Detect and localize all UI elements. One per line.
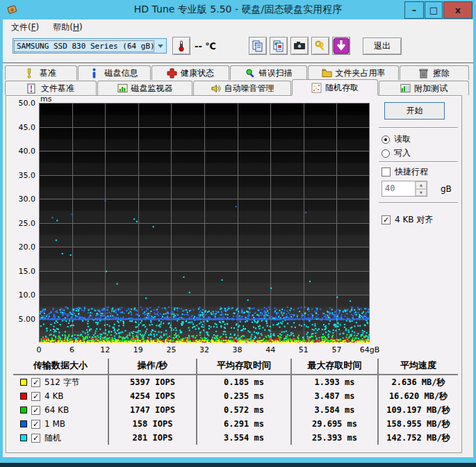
close-button[interactable]: x (443, 1, 473, 19)
table-cell-max: 3.487 ms (290, 389, 377, 403)
options-button[interactable] (311, 37, 329, 55)
capacity-unit-label: gB (441, 184, 452, 194)
tab-附加测试[interactable]: 附加测试 (379, 81, 469, 95)
capacity-input[interactable]: 40 ▲ ▼ (381, 181, 427, 197)
exit-button[interactable]: 退出 (363, 38, 402, 55)
temperature-button[interactable] (172, 37, 190, 55)
table-cell-iops: 1747 IOPS (108, 403, 196, 417)
copy-image-icon (272, 40, 285, 52)
stepper-up-icon[interactable]: ▲ (416, 181, 427, 189)
tab-磁盘信息[interactable]: 磁盘信息 (78, 65, 151, 80)
series-color-swatch (20, 420, 27, 427)
thermometer-icon (177, 40, 186, 52)
read-radio-row[interactable]: 读取 (381, 133, 411, 145)
series-color-swatch (20, 434, 27, 441)
table-row-legend: ✓随机 (13, 431, 108, 445)
file-benchmark-icon (27, 83, 38, 94)
x-axis-tick-label: 38 (233, 345, 243, 354)
x-axis-tick-label: 57 (331, 345, 341, 354)
random-access-icon (311, 83, 322, 93)
short-stroke-row[interactable]: 快捷行程 (381, 166, 428, 178)
drive-select-value: SAMSUNG SSD 830 Series (64 gB) (15, 41, 154, 51)
series-checkbox[interactable]: ✓ (31, 378, 40, 387)
short-stroke-checkbox[interactable] (381, 167, 391, 177)
table-cell-avg: 0.572 ms (196, 403, 290, 417)
tab-随机存取[interactable]: 随机存取 (292, 79, 378, 95)
download-icon (333, 38, 350, 54)
capacity-stepper[interactable]: ▲ ▼ (415, 181, 427, 196)
results-table: 传输数据大小操作/秒平均存取时间最大存取时间平均速度✓512 字节5397 IO… (13, 359, 458, 445)
screenshot-button[interactable] (290, 37, 309, 55)
tab-label: 擦除 (433, 67, 450, 79)
y-axis-tick-label: 20.0 (9, 243, 35, 252)
series-label: 1 MB (44, 419, 65, 429)
tab-擦除[interactable]: 擦除 (400, 65, 469, 80)
write-radio[interactable] (381, 149, 390, 158)
table-cell-max: 29.695 ms (290, 417, 377, 431)
table-header-2: 平均存取时间 (196, 359, 290, 375)
toolbar: SAMSUNG SSD 830 Series (64 gB) -- ℃ 退出 (3, 35, 473, 63)
series-checkbox[interactable]: ✓ (31, 392, 40, 401)
tab-健康状态[interactable]: 健康状态 (151, 65, 229, 80)
temperature-value: -- ℃ (195, 41, 216, 51)
table-row-legend: ✓64 KB (13, 403, 108, 417)
read-radio[interactable] (381, 136, 390, 144)
series-label: 512 字节 (44, 377, 80, 388)
y-axis-tick-label: 45.0 (9, 123, 35, 132)
minimize-button[interactable]: – (404, 1, 424, 19)
menu-item-H[interactable]: 帮助(H) (47, 19, 88, 35)
table-row-legend: ✓512 字节 (13, 375, 108, 389)
speaker-icon (211, 83, 221, 94)
tab-文件基准[interactable]: 文件基准 (5, 81, 97, 95)
x-axis-tick-label: 25 (166, 345, 176, 354)
stepper-down-icon[interactable]: ▼ (416, 189, 427, 197)
table-cell-iops: 4254 IOPS (108, 389, 196, 403)
update-button[interactable] (332, 37, 350, 55)
series-checkbox[interactable]: ✓ (31, 406, 40, 415)
drive-select-dropdown[interactable]: SAMSUNG SSD 830 Series (64 gB) (13, 38, 167, 54)
x-axis-tick-label: 0 (37, 345, 42, 354)
tab-label: 错误扫描 (259, 67, 293, 79)
magnifier-icon (245, 68, 256, 79)
menu-item-F[interactable]: 文件(F) (6, 19, 44, 35)
separator (379, 202, 458, 204)
write-radio-row[interactable]: 写入 (381, 147, 411, 159)
tab-自动噪音管理[interactable]: 自动噪音管理 (193, 81, 291, 95)
align-4kb-row[interactable]: ✓ 4 KB 对齐 (381, 214, 433, 226)
copy-text-button[interactable] (249, 37, 267, 55)
table-cell-avg: 0.235 ms (196, 389, 290, 403)
y-axis-tick-label: 10.0 (9, 290, 35, 300)
series-checkbox[interactable]: ✓ (31, 420, 40, 429)
y-axis-tick-label: 5.00 (9, 315, 35, 324)
x-axis-tick-label: 64gB (360, 345, 380, 354)
align-4kb-checkbox[interactable]: ✓ (381, 215, 391, 224)
start-button[interactable]: 开始 (384, 102, 445, 120)
capacity-value[interactable]: 40 (382, 181, 415, 196)
tab-label: 基准 (40, 67, 56, 79)
chevron-down-icon[interactable] (155, 39, 166, 53)
table-cell-iops: 5397 IOPS (108, 375, 196, 389)
tab-label: 磁盘监视器 (131, 83, 173, 95)
extra-tests-icon (400, 83, 411, 94)
series-label: 64 KB (44, 405, 69, 415)
series-checkbox[interactable]: ✓ (31, 434, 40, 443)
series-color-swatch (20, 407, 27, 413)
y-axis-tick-label: 40.0 (9, 147, 35, 156)
tab-基准[interactable]: 基准 (5, 65, 77, 80)
tab-错误扫描[interactable]: 错误扫描 (230, 65, 307, 80)
tab-磁盘监视器[interactable]: 磁盘监视器 (97, 81, 192, 95)
table-cell-speed: 16.620 MB/秒 (377, 389, 458, 403)
folder-icon (322, 68, 332, 79)
table-header-3: 最大存取时间 (290, 359, 377, 375)
table-header-0: 传输数据大小 (13, 359, 108, 375)
tab-文件夹占用率[interactable]: 文件夹占用率 (308, 65, 399, 80)
short-stroke-label: 快捷行程 (395, 166, 428, 178)
separator (379, 161, 458, 163)
menu-item-text: ) (36, 22, 40, 32)
menu-item-text: 帮助( (53, 22, 73, 32)
table-cell-avg: 6.291 ms (196, 417, 290, 431)
bottom-edge-strip (0, 463, 476, 467)
maximize-button[interactable]: □ (425, 1, 443, 19)
table-cell-max: 25.393 ms (290, 431, 377, 445)
copy-image-button[interactable] (270, 37, 288, 55)
